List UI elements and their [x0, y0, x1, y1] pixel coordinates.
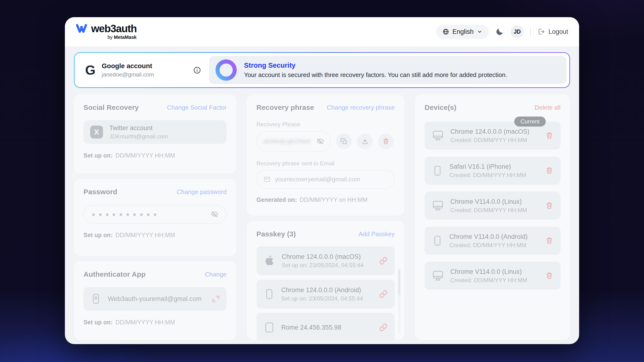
device-created: Created: DD/MM/YYY HH:MM — [449, 242, 528, 249]
passkey-name: Rome 24.456.355.98 — [281, 324, 341, 331]
passkey-name: Chrome 124.0.0.0 (macOS) — [282, 253, 364, 261]
password-card: Password Change password ●●●●●●●●●● Set … — [74, 179, 236, 256]
chevron-down-icon — [477, 29, 482, 34]
mail-icon — [264, 176, 271, 183]
device-item: Current Chrome 124.0.0.0 (macOS) Created… — [424, 121, 560, 150]
recovery-email-label: Recovery phrase sent to Email — [256, 160, 395, 167]
security-banner: G Google account janedoe@gmail.com Stron… — [74, 52, 570, 88]
page-background: web3auth by MetaMask English — [0, 0, 644, 362]
security-status-description: Your account is secured with three recov… — [244, 71, 507, 79]
device-name: Chrome 124.0.0.0 (macOS) — [450, 128, 530, 135]
device-name: Safari V16.1 (iPhone) — [449, 163, 526, 170]
recovery-phrase-label: Recovery Phrase — [256, 121, 395, 128]
setup-value: DD/MM/YYYY HH:MM — [116, 152, 175, 159]
unlink-icon[interactable] — [212, 295, 220, 303]
eye-off-icon[interactable] — [211, 210, 218, 218]
trash-icon[interactable] — [545, 272, 553, 280]
info-icon[interactable] — [193, 66, 201, 74]
trash-icon[interactable] — [545, 167, 553, 175]
web3auth-logo: web3auth by MetaMask — [76, 23, 137, 40]
passkey-setup: Set up on: 23/05/2024, 04:55:44 — [281, 295, 363, 302]
globe-icon — [442, 28, 449, 35]
device-name: Chrome V114.0.0 (Linux) — [450, 198, 527, 205]
trash-icon[interactable] — [545, 202, 553, 210]
generated-value: DD/MM/YYYY on HH:MM — [300, 196, 367, 203]
avatar-initials: JD — [514, 28, 521, 35]
desktop-icon — [432, 129, 444, 142]
logo-wordmark: web3auth — [91, 23, 137, 34]
current-device-badge: Current — [514, 116, 546, 127]
device-created: Created: DD/MM/YYY HH:MM — [450, 277, 527, 284]
setup-value: DD/MM/YYYY HH:MM — [116, 232, 175, 239]
social-recovery-card: Social Recovery Change Social Factor X T… — [74, 94, 236, 174]
setup-value: DD/MM/YYYY HH:MM — [116, 319, 175, 326]
social-recovery-title: Social Recovery — [84, 103, 139, 111]
app-window: web3auth by MetaMask English — [65, 17, 579, 344]
twitter-account-email: JDKmurthi@gmail.com — [109, 133, 168, 140]
web3auth-logo-icon — [76, 23, 88, 34]
devices-title: Device(s) — [424, 103, 456, 111]
trash-icon[interactable] — [545, 132, 553, 140]
password-title: Password — [84, 188, 117, 196]
passkey-setup: Set up on: 23/05/2024, 04:55:44 — [282, 262, 364, 269]
recovery-email-input[interactable]: yourrecoveryemail@gmail.com — [256, 170, 395, 189]
generated-label: Generated on: — [256, 196, 297, 203]
account-email: janedoe@gmail.com — [102, 71, 154, 78]
passkey-item: Chrome 124.0.0.0 (Android) Set up on: 23… — [256, 280, 395, 309]
change-social-factor-link[interactable]: Change Social Factor — [167, 104, 226, 111]
language-selector[interactable]: English — [436, 25, 489, 39]
language-label: English — [452, 28, 474, 35]
password-input[interactable]: ●●●●●●●●●● — [84, 205, 226, 224]
google-icon: G — [85, 63, 96, 77]
eye-off-icon[interactable] — [316, 137, 324, 145]
delete-phrase-button[interactable] — [378, 133, 394, 149]
avatar[interactable]: JD — [511, 25, 524, 38]
devices-card: Device(s) Delete all Current Chrome 124. — [415, 94, 570, 340]
change-authenticator-link[interactable]: Change — [205, 271, 226, 278]
link-icon[interactable] — [379, 290, 388, 298]
recovery-phrase-card: Recovery phrase Change recovery phrase R… — [247, 94, 404, 216]
passkey-name: Chrome 124.0.0.0 (Android) — [281, 287, 363, 294]
change-password-link[interactable]: Change password — [176, 188, 226, 196]
account-title: Google account — [102, 62, 154, 70]
logout-button[interactable]: Logout — [538, 28, 568, 35]
recovery-email-value: yourrecoveryemail@gmail.com — [275, 176, 360, 183]
device-item: Chrome V114.0.0 (Android) Created: DD/MM… — [424, 227, 560, 255]
phone-icon — [432, 165, 443, 176]
connected-account: G Google account janedoe@gmail.com — [75, 53, 208, 87]
device-name: Chrome V114.0.0 (Linux) — [450, 268, 527, 276]
factors-grid: Social Recovery Change Social Factor X T… — [74, 94, 570, 340]
link-icon[interactable] — [379, 256, 388, 265]
security-status-panel: Strong Security Your account is secured … — [209, 56, 566, 84]
download-button[interactable] — [357, 133, 373, 149]
moon-icon[interactable] — [496, 27, 504, 36]
authenticator-title: Authenticator App — [84, 270, 146, 278]
x-twitter-icon: X — [90, 126, 103, 138]
twitter-account-title: Twitter account — [109, 124, 168, 132]
change-recovery-phrase-link[interactable]: Change recovery phrase — [327, 104, 395, 111]
add-passkey-link[interactable]: Add Passkey — [358, 230, 395, 238]
passkey-scrollbar-thumb[interactable] — [398, 270, 400, 295]
security-ring-icon — [215, 59, 237, 81]
trash-icon[interactable] — [545, 237, 553, 245]
content-area: G Google account janedoe@gmail.com Stron… — [65, 46, 579, 344]
setup-label: Set up on: — [84, 152, 112, 159]
device-item: Chrome V114.0.0 (Linux) Created: DD/MM/Y… — [424, 192, 560, 220]
delete-all-link[interactable]: Delete all — [535, 104, 560, 111]
link-icon[interactable] — [379, 323, 388, 332]
phone-icon — [264, 288, 275, 300]
desktop-icon — [432, 270, 444, 282]
copy-button[interactable] — [336, 133, 352, 149]
apple-icon — [264, 255, 276, 267]
authenticator-phone-icon — [90, 293, 102, 305]
recovery-phrase-input[interactable]: xK49mtLq81Dfw3 — [256, 131, 331, 152]
device-created: Created: DD/MM/YYY HH:MM — [450, 137, 530, 143]
passkey-card: Passkey (3) Add Passkey Chrome 124.0.0.0… — [247, 221, 404, 340]
phone-icon — [432, 235, 443, 246]
recovery-phrase-masked: xK49mtLq81Dfw3 — [263, 138, 310, 145]
passkey-item: Rome 24.456.355.98 — [256, 313, 395, 340]
passkey-title: Passkey (3) — [256, 230, 296, 238]
device-created: Created: DD/MM/YYY HH:MM — [450, 207, 527, 214]
header-divider — [530, 27, 531, 36]
passkey-item: Chrome 124.0.0.0 (macOS) Set up on: 23/0… — [256, 246, 395, 275]
